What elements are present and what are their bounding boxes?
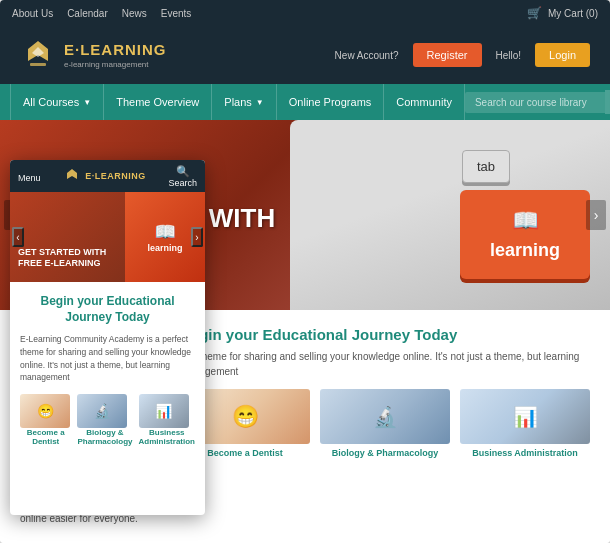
mobile-logo-area: E·LEARNING (63, 167, 146, 185)
cart-icon: 🛒 (527, 6, 542, 20)
nav-theme-overview[interactable]: Theme Overview (104, 84, 212, 120)
logo-subtext: e-learning management (64, 60, 167, 69)
mobile-search-icon: 🔍 (176, 165, 190, 178)
learning-key: 📖 learning (460, 190, 590, 279)
course-card-biology: 🔬 Biology & Pharmacology (320, 389, 450, 458)
nav-plans[interactable]: Plans ▼ (212, 84, 276, 120)
mobile-course-cards: 😁 Become a Dentist 🔬 Biology & Pharmacol… (20, 394, 195, 446)
mobile-slider-next-button[interactable]: › (191, 227, 203, 247)
nav-online-programs[interactable]: Online Programs (277, 84, 385, 120)
events-link[interactable]: Events (161, 8, 192, 19)
tab-key: tab (462, 150, 510, 183)
header-right: New Account? Register Hello! Login (335, 43, 590, 67)
site-header: E·LEARNING e-learning management New Acc… (0, 26, 610, 84)
hero-keyboard-visual: tab 📖 learning (290, 120, 610, 310)
mobile-card-dentist: 😁 Become a Dentist (20, 394, 71, 446)
top-bar: About Us Calendar News Events 🛒 My Cart … (0, 0, 610, 26)
news-link[interactable]: News (122, 8, 147, 19)
search-button[interactable]: 🔍 (605, 90, 610, 114)
mobile-card-image-biology: 🔬 (77, 394, 127, 428)
course-cards: 😁 Become a Dentist 🔬 Biology & Pharmacol… (180, 389, 590, 458)
mobile-hero-title: GET STARTED WITH FREE E-LEARNING (18, 247, 106, 270)
mobile-card-business: 📊 Business Administration (139, 394, 195, 446)
navigation-bar: All Courses ▼ Theme Overview Plans ▼ Onl… (0, 84, 610, 120)
course-card-business: 📊 Business Administration (460, 389, 590, 458)
content-right-column: Begin your Educational Journey Today fec… (180, 326, 590, 536)
search-input[interactable] (465, 92, 605, 113)
top-bar-right: 🛒 My Cart (0) (527, 6, 598, 20)
mobile-card-biology: 🔬 Biology & Pharmacology (77, 394, 132, 446)
learning-key-icon: 📖 (512, 208, 539, 234)
mobile-menu-button[interactable]: Menu (18, 169, 41, 183)
mobile-slider-prev-button[interactable]: ‹ (12, 227, 24, 247)
slider-next-button[interactable]: › (586, 200, 606, 230)
course-image-business: 📊 (460, 389, 590, 444)
logo-text: E·LEARNING (64, 41, 167, 58)
about-us-link[interactable]: About Us (12, 8, 53, 19)
mobile-logo-icon (63, 167, 81, 185)
mobile-main-content: Begin your Educational Journey Today E-L… (10, 282, 205, 458)
mobile-section-title: Begin your Educational Journey Today (20, 294, 195, 325)
mobile-card-image-dentist: 😁 (20, 394, 70, 428)
mobile-browser-window: Menu E·LEARNING 🔍 Search 📖 learning GET … (10, 160, 205, 515)
login-button[interactable]: Login (535, 43, 590, 67)
mobile-card-image-business: 📊 (139, 394, 189, 428)
mobile-cards-row: 😁 Become a Dentist 🔬 Biology & Pharmacol… (20, 394, 195, 446)
mobile-card-label-dentist[interactable]: Become a Dentist (20, 428, 71, 446)
mobile-logo-text: E·LEARNING (85, 171, 146, 181)
all-courses-dropdown-icon: ▼ (83, 98, 91, 107)
course-image-biology: 🔬 (320, 389, 450, 444)
logo-icon (20, 37, 56, 73)
register-button[interactable]: Register (413, 43, 482, 67)
svg-marker-3 (67, 169, 77, 179)
nav-search-area: 🔍 (465, 90, 610, 114)
new-account-label: New Account? (335, 50, 399, 61)
main-description-short: fect theme for sharing and selling your … (180, 349, 590, 379)
mobile-topbar: Menu E·LEARNING 🔍 Search (10, 160, 205, 192)
mobile-description: E-Learning Community Academy is a perfec… (20, 333, 195, 384)
course-label-business[interactable]: Business Administration (460, 448, 590, 458)
svg-rect-2 (30, 63, 46, 66)
mobile-card-label-business[interactable]: Business Administration (139, 428, 195, 446)
main-section-title-right: Begin your Educational Journey Today (180, 326, 590, 343)
mobile-menu-label: Menu (18, 173, 41, 183)
nav-community[interactable]: Community (384, 84, 465, 120)
nav-all-courses[interactable]: All Courses ▼ (10, 84, 104, 120)
mobile-search-label: Search (168, 178, 197, 188)
course-label-biology[interactable]: Biology & Pharmacology (320, 448, 450, 458)
logo-area: E·LEARNING e-learning management (20, 37, 167, 73)
plans-dropdown-icon: ▼ (256, 98, 264, 107)
calendar-link[interactable]: Calendar (67, 8, 108, 19)
mobile-search-button[interactable]: 🔍 Search (168, 165, 197, 188)
hello-label: Hello! (496, 50, 522, 61)
mobile-hero: 📖 learning GET STARTED WITH FREE E-LEARN… (10, 192, 205, 282)
cart-text: My Cart (0) (548, 8, 598, 19)
mobile-card-label-biology[interactable]: Biology & Pharmacology (77, 428, 132, 446)
top-bar-links: About Us Calendar News Events (12, 8, 191, 19)
